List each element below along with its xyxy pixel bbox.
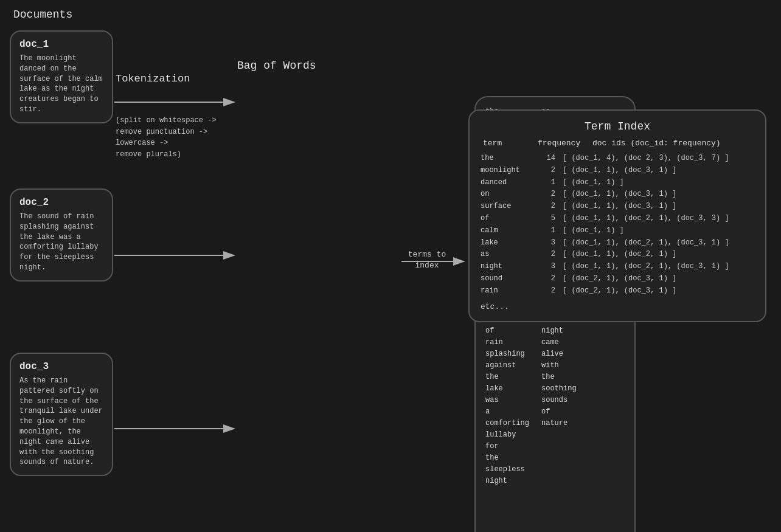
term-cell: calm xyxy=(481,225,535,237)
tokenization-description: (split on whitespace -> remove punctuati… xyxy=(116,115,243,160)
table-row: of 5 [ (doc_1, 1), (doc_2, 1), (doc_3, 3… xyxy=(481,213,754,225)
bow-word: sounds xyxy=(541,395,581,406)
docs-cell: [ (doc_1, 4), (doc 2, 3), (doc_3, 7) ] xyxy=(563,153,754,165)
term-cell: night xyxy=(481,261,535,273)
terms-to-index-label: terms to index xyxy=(403,249,451,271)
table-row: night 3 [ (doc_1, 1), (doc_2, 1), (doc_3… xyxy=(481,261,754,273)
bow-word: night xyxy=(485,475,529,486)
bow-word: splashing xyxy=(485,348,529,359)
docs-cell: [ (doc_1, 1), (doc_2, 1), (doc_3, 1) ] xyxy=(563,237,754,249)
bow-word: for xyxy=(485,441,529,452)
bow-word: lullaby xyxy=(485,429,529,440)
term-cell: lake xyxy=(481,237,535,249)
table-row: rain 2 [ (doc_2, 1), (doc_3, 1) ] xyxy=(481,285,754,297)
table-row: moonlight 2 [ (doc_1, 1), (doc_3, 1) ] xyxy=(481,165,754,177)
docs-cell: [ (doc_1, 1) ] xyxy=(563,177,754,189)
term-index-container: Term Index term frequency doc ids (doc_i… xyxy=(468,109,766,322)
tokenization-title: Tokenization xyxy=(116,73,243,85)
freq-cell: 1 xyxy=(535,225,563,237)
documents-section-label: Documents xyxy=(13,9,72,21)
table-row: lake 3 [ (doc_1, 1), (doc_2, 1), (doc_3,… xyxy=(481,237,754,249)
term-rows: the 14 [ (doc_1, 4), (doc 2, 3), (doc_3,… xyxy=(481,153,754,297)
bow-word: comforting xyxy=(485,418,529,429)
docs-cell: [ (doc_1, 1), (doc_2, 1), (doc_3, 1) ] xyxy=(563,261,754,273)
freq-cell: 3 xyxy=(535,261,563,273)
freq-cell: 14 xyxy=(535,153,563,165)
term-cell: rain xyxy=(481,285,535,297)
table-row: calm 1 [ (doc_1, 1) ] xyxy=(481,225,754,237)
bow-word: the xyxy=(541,371,581,382)
bow-word: night xyxy=(541,325,581,336)
bow-word: the xyxy=(485,371,529,382)
header-doc-ids: doc ids (doc_id: frequency) xyxy=(592,139,754,148)
freq-cell: 2 xyxy=(535,201,563,213)
term-cell: the xyxy=(481,153,535,165)
doc2-id: doc_2 xyxy=(19,197,103,208)
bow-word: against xyxy=(485,360,529,371)
docs-cell: [ (doc_1, 1), (doc_2, 1) ] xyxy=(563,249,754,261)
tokenization-box: Tokenization (split on whitespace -> rem… xyxy=(116,73,243,160)
header-term: term xyxy=(483,139,538,148)
table-row: surface 2 [ (doc_1, 1), (doc_3, 1) ] xyxy=(481,201,754,213)
doc-card-1: doc_1 The moonlight danced on the surfac… xyxy=(10,30,113,123)
term-cell: on xyxy=(481,188,535,201)
docs-cell: [ (doc_2, 1), (doc_3, 1) ] xyxy=(563,273,754,285)
doc-card-3: doc_3 As the rain pattered softly on the… xyxy=(10,353,113,476)
docs-cell: [ (doc_1, 1), (doc_2, 1), (doc_3, 3) ] xyxy=(563,213,754,225)
table-row: as 2 [ (doc_1, 1), (doc_2, 1) ] xyxy=(481,249,754,261)
doc1-id: doc_1 xyxy=(19,39,103,50)
etc-label: etc... xyxy=(481,302,754,311)
bow-word: was xyxy=(485,395,529,406)
freq-cell: 2 xyxy=(535,285,563,297)
freq-cell: 5 xyxy=(535,213,563,225)
term-cell: as xyxy=(481,249,535,261)
bow-word: the xyxy=(485,452,529,463)
term-cell: of xyxy=(481,213,535,225)
bow-word: came xyxy=(541,337,581,348)
table-row: the 14 [ (doc_1, 4), (doc 2, 3), (doc_3,… xyxy=(481,153,754,165)
term-cell: surface xyxy=(481,201,535,213)
doc2-text: The sound of rain splashing against the … xyxy=(19,212,103,273)
doc-card-2: doc_2 The sound of rain splashing agains… xyxy=(10,188,113,282)
term-cell: sound xyxy=(481,273,535,285)
term-cell: danced xyxy=(481,177,535,189)
docs-cell: [ (doc_2, 1), (doc_3, 1) ] xyxy=(563,285,754,297)
freq-cell: 2 xyxy=(535,273,563,285)
freq-cell: 2 xyxy=(535,249,563,261)
freq-cell: 3 xyxy=(535,237,563,249)
freq-cell: 2 xyxy=(535,165,563,177)
bag-of-words-title: Bag of Words xyxy=(237,60,316,72)
table-row: danced 1 [ (doc_1, 1) ] xyxy=(481,177,754,189)
bow-word: a xyxy=(485,406,529,417)
bow-word: sleepless xyxy=(485,464,529,475)
doc3-text: As the rain pattered softly on the surfa… xyxy=(19,376,103,468)
bow-word: nature xyxy=(541,418,581,429)
term-index-headers: term frequency doc ids (doc_id: frequenc… xyxy=(481,139,754,148)
docs-cell: [ (doc_1, 1), (doc_3, 1) ] xyxy=(563,188,754,201)
bow-word: alive xyxy=(541,348,581,359)
doc1-text: The moonlight danced on the surface of t… xyxy=(19,54,103,115)
bow-word: of xyxy=(541,406,581,417)
bow-word: with xyxy=(541,360,581,371)
table-row: sound 2 [ (doc_2, 1), (doc_3, 1) ] xyxy=(481,273,754,285)
table-row: on 2 [ (doc_1, 1), (doc_3, 1) ] xyxy=(481,188,754,201)
bow-word: of xyxy=(485,325,529,336)
bow-word: soothing xyxy=(541,383,581,394)
docs-cell: [ (doc_1, 1) ] xyxy=(563,225,754,237)
term-index-title: Term Index xyxy=(481,120,754,133)
docs-cell: [ (doc_1, 1), (doc_3, 1) ] xyxy=(563,201,754,213)
term-cell: moonlight xyxy=(481,165,535,177)
bow-word: lake xyxy=(485,383,529,394)
freq-cell: 2 xyxy=(535,188,563,201)
bow-word: rain xyxy=(485,337,529,348)
freq-cell: 1 xyxy=(535,177,563,189)
header-frequency: frequency xyxy=(538,139,592,148)
docs-cell: [ (doc_1, 1), (doc_3, 1) ] xyxy=(563,165,754,177)
doc3-id: doc_3 xyxy=(19,361,103,372)
